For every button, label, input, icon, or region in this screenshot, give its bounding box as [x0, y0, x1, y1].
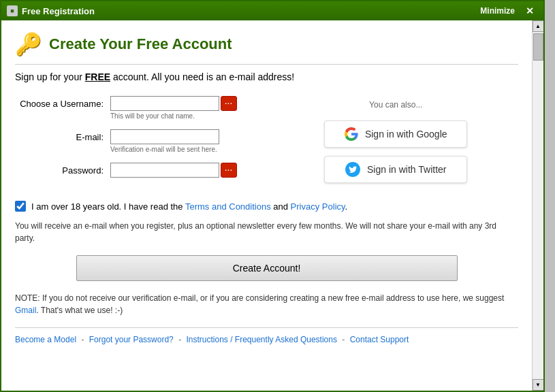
create-account-button[interactable]: Create Account! [76, 255, 458, 281]
separator-1: - [81, 335, 86, 344]
username-btn-dots: ··· [225, 100, 232, 108]
note-pre: NOTE: If you do not receive our verifica… [15, 293, 504, 303]
note-post: . That's what we use! :-) [36, 306, 123, 315]
close-button[interactable]: ✕ [522, 4, 538, 18]
window-icon: ■ [7, 5, 18, 16]
instructions-link[interactable]: Instructions / Frequently Asked Question… [186, 335, 336, 344]
twitter-signin-label: Sign in with Twitter [367, 164, 446, 175]
newsletter-text: You will receive an e-mail when you regi… [15, 220, 518, 244]
forgot-password-link[interactable]: Forgot your Password? [89, 335, 174, 344]
form-social-container: Choose a Username: ··· This will be your… [15, 96, 518, 187]
email-input-group [110, 129, 219, 144]
checkbox-label: I am over 18 years old. I have read the … [31, 201, 347, 212]
form-section: Choose a Username: ··· This will be your… [15, 96, 260, 187]
header-section: 🔑 Create Your Free Account [15, 31, 518, 65]
age-checkbox[interactable] [15, 201, 26, 212]
contact-support-link[interactable]: Contact Support [350, 335, 409, 344]
username-input[interactable] [110, 96, 219, 111]
username-field: ··· This will be your chat name. [110, 96, 237, 120]
subtitle-post: account. All you need is an e-mail addre… [110, 71, 294, 82]
privacy-link[interactable]: Privacy Policy [291, 201, 345, 212]
password-btn-dots: ··· [225, 167, 232, 174]
window-title: Free Registration [22, 6, 476, 16]
password-extra-btn[interactable]: ··· [221, 163, 237, 178]
password-label: Password: [15, 163, 110, 176]
scroll-down-arrow[interactable]: ▼ [533, 379, 544, 391]
twitter-signin-button[interactable]: Sign in with Twitter [324, 156, 467, 183]
gmail-link[interactable]: Gmail [15, 306, 36, 315]
terms-link[interactable]: Terms and Conditions [185, 201, 271, 212]
twitter-icon [345, 162, 360, 177]
separator-2: - [178, 335, 183, 344]
social-section: You can also... Sign in with Google [274, 96, 519, 187]
social-prompt: You can also... [369, 100, 422, 110]
title-bar: ■ Free Registration Minimize ✕ [1, 1, 543, 20]
google-icon [345, 127, 358, 141]
username-extra-btn[interactable]: ··· [221, 96, 237, 111]
username-hint: This will be your chat name. [110, 112, 237, 120]
subtitle-pre: Sign up for your [15, 71, 85, 82]
checkbox-row: I am over 18 years old. I have read the … [15, 201, 518, 212]
separator-3: - [342, 335, 347, 344]
username-row: Choose a Username: ··· This will be your… [15, 96, 260, 120]
main-content: 🔑 Create Your Free Account Sign up for y… [1, 20, 532, 391]
keys-icon: 🔑 [15, 31, 42, 57]
note-text: NOTE: If you do not receive our verifica… [15, 292, 518, 316]
footer-links: Become a Model - Forgot your Password? -… [15, 327, 518, 344]
email-label: E-mail: [15, 129, 110, 142]
username-label: Choose a Username: [15, 96, 110, 109]
email-row: E-mail: Verification e-mail will be sent… [15, 129, 260, 153]
title-bar-controls: Minimize ✕ [476, 4, 538, 18]
checkbox-pre: I am over 18 years old. I have read the [31, 201, 185, 212]
minimize-button[interactable]: Minimize [476, 4, 519, 18]
subtitle: Sign up for your FREE account. All you n… [15, 71, 518, 82]
password-row: Password: ··· [15, 163, 260, 178]
scrollbar: ▲ ▼ [532, 20, 543, 391]
email-input[interactable] [110, 129, 219, 144]
checkbox-post: . [345, 201, 348, 212]
password-input-group: ··· [110, 163, 237, 178]
subtitle-bold: FREE [85, 71, 110, 82]
page-title: Create Your Free Account [49, 35, 232, 53]
email-hint: Verification e-mail will be sent here. [110, 146, 219, 153]
password-input[interactable] [110, 163, 219, 178]
google-signin-label: Sign in with Google [365, 129, 447, 140]
scroll-up-arrow[interactable]: ▲ [533, 20, 544, 32]
google-signin-button[interactable]: Sign in with Google [324, 120, 467, 148]
email-field: Verification e-mail will be sent here. [110, 129, 219, 153]
scroll-thumb[interactable] [533, 33, 543, 61]
checkbox-mid: and [271, 201, 291, 212]
username-input-group: ··· [110, 96, 237, 111]
become-model-link[interactable]: Become a Model [15, 335, 76, 344]
password-field: ··· [110, 163, 237, 178]
